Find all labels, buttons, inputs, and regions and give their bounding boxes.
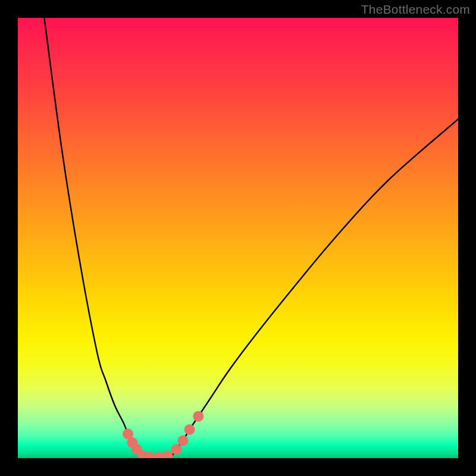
data-marker	[193, 411, 203, 422]
curve-layer	[18, 18, 458, 458]
bottleneck-curve	[44, 18, 458, 458]
plot-area	[18, 18, 458, 458]
data-marker	[162, 450, 173, 458]
data-marker	[171, 444, 181, 455]
data-marker	[127, 437, 137, 448]
data-marker	[131, 444, 142, 455]
watermark-text: TheBottleneck.com	[361, 2, 470, 17]
data-marker	[178, 435, 189, 446]
data-marker	[138, 450, 149, 458]
chart-frame: TheBottleneck.com	[0, 0, 476, 476]
data-marker	[184, 424, 195, 435]
data-marker	[145, 452, 155, 458]
data-marker	[154, 452, 164, 458]
data-marker	[123, 428, 133, 439]
